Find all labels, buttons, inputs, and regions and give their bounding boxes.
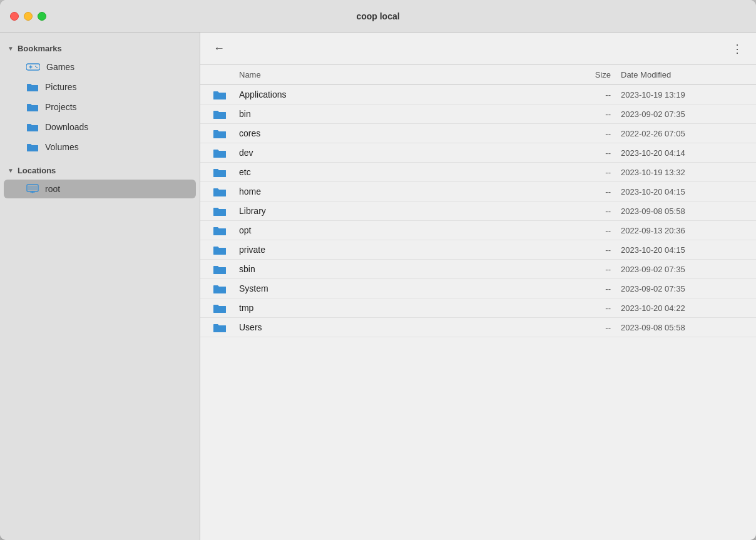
svg-rect-21 bbox=[213, 248, 226, 255]
file-list: Applications -- 2023-10-19 13:19 bin -- … bbox=[200, 85, 756, 540]
file-name: sbin bbox=[239, 264, 558, 274]
file-date: 2023-10-19 13:32 bbox=[621, 168, 746, 177]
file-name: private bbox=[239, 245, 558, 255]
svg-rect-8 bbox=[27, 145, 38, 151]
file-size: -- bbox=[558, 129, 621, 138]
folder-icon bbox=[210, 108, 229, 120]
file-area: ← ⋮ Name Size Date Modified Applications… bbox=[200, 33, 756, 540]
folder-icon bbox=[210, 205, 229, 217]
file-size: -- bbox=[558, 284, 621, 293]
file-date: 2023-09-08 05:58 bbox=[621, 206, 746, 216]
svg-rect-16 bbox=[213, 151, 226, 158]
folder-icon bbox=[210, 283, 229, 294]
file-size: -- bbox=[558, 226, 621, 235]
file-size: -- bbox=[558, 206, 621, 216]
file-date: 2023-10-20 04:22 bbox=[621, 303, 746, 313]
svg-rect-14 bbox=[213, 112, 226, 119]
file-date: 2023-10-20 04:15 bbox=[621, 187, 746, 196]
file-size: -- bbox=[558, 148, 621, 158]
svg-rect-23 bbox=[213, 287, 226, 293]
table-row[interactable]: sbin -- 2023-09-02 07:35 bbox=[200, 260, 756, 279]
file-date: 2023-10-20 04:14 bbox=[621, 148, 746, 158]
folder-icon bbox=[210, 166, 229, 178]
table-row[interactable]: home -- 2023-10-20 04:15 bbox=[200, 182, 756, 201]
svg-point-3 bbox=[35, 66, 36, 67]
minimize-button[interactable] bbox=[24, 12, 33, 21]
file-name: Library bbox=[239, 206, 558, 216]
file-size: -- bbox=[558, 323, 621, 332]
folder-icon-projects bbox=[26, 102, 39, 112]
svg-rect-17 bbox=[213, 170, 226, 177]
table-row[interactable]: Applications -- 2023-10-19 13:19 bbox=[200, 85, 756, 104]
file-name: cores bbox=[239, 128, 558, 138]
sidebar-item-label-downloads: Downloads bbox=[45, 122, 88, 132]
svg-rect-20 bbox=[213, 228, 226, 235]
back-button[interactable]: ← bbox=[210, 40, 228, 58]
column-header-size: Size bbox=[558, 70, 621, 79]
folder-icon bbox=[210, 263, 229, 275]
games-icon bbox=[26, 62, 40, 72]
file-date: 2023-09-02 07:35 bbox=[621, 265, 746, 274]
svg-rect-0 bbox=[26, 64, 40, 70]
file-name: Applications bbox=[239, 89, 558, 99]
more-options-button[interactable]: ⋮ bbox=[728, 40, 746, 58]
svg-rect-5 bbox=[27, 85, 38, 91]
file-date: 2023-09-02 07:35 bbox=[621, 284, 746, 293]
file-name: dev bbox=[239, 148, 558, 158]
svg-rect-10 bbox=[28, 186, 37, 190]
file-size: -- bbox=[558, 187, 621, 196]
close-button[interactable] bbox=[10, 12, 19, 21]
file-date: 2023-10-20 04:15 bbox=[621, 245, 746, 255]
folder-icon bbox=[210, 186, 229, 197]
folder-icon bbox=[210, 322, 229, 333]
column-headers: Name Size Date Modified bbox=[200, 65, 756, 85]
folder-icon-downloads bbox=[26, 122, 39, 132]
table-row[interactable]: etc -- 2023-10-19 13:32 bbox=[200, 163, 756, 182]
table-row[interactable]: cores -- 2022-02-26 07:05 bbox=[200, 124, 756, 143]
sidebar-item-pictures[interactable]: Pictures bbox=[4, 78, 196, 96]
file-date: 2023-09-08 05:58 bbox=[621, 323, 746, 332]
table-row[interactable]: Users -- 2023-09-08 05:58 bbox=[200, 318, 756, 337]
sidebar-item-label-projects: Projects bbox=[45, 102, 77, 112]
table-row[interactable]: tmp -- 2023-10-20 04:22 bbox=[200, 298, 756, 318]
file-size: -- bbox=[558, 168, 621, 177]
file-size: -- bbox=[558, 245, 621, 255]
locations-section-header[interactable]: ▼ Locations bbox=[0, 162, 200, 179]
table-row[interactable]: Library -- 2023-09-08 05:58 bbox=[200, 201, 756, 221]
file-date: 2023-10-19 13:19 bbox=[621, 90, 746, 99]
svg-rect-24 bbox=[213, 306, 226, 313]
bookmarks-chevron-icon: ▼ bbox=[8, 45, 14, 52]
column-header-date: Date Modified bbox=[621, 70, 746, 79]
locations-chevron-icon: ▼ bbox=[8, 167, 14, 174]
file-name: Users bbox=[239, 322, 558, 332]
svg-point-4 bbox=[36, 67, 38, 68]
sidebar-item-volumes[interactable]: Volumes bbox=[4, 138, 196, 156]
folder-icon bbox=[210, 128, 229, 139]
table-row[interactable]: dev -- 2023-10-20 04:14 bbox=[200, 143, 756, 163]
sidebar-item-root[interactable]: root bbox=[4, 180, 196, 198]
file-name: bin bbox=[239, 109, 558, 119]
table-row[interactable]: private -- 2023-10-20 04:15 bbox=[200, 240, 756, 260]
bookmarks-section-header[interactable]: ▼ Bookmarks bbox=[0, 40, 200, 57]
file-size: -- bbox=[558, 110, 621, 119]
column-header-name: Name bbox=[210, 70, 558, 79]
folder-icon-volumes bbox=[26, 142, 39, 152]
sidebar-item-label-root: root bbox=[45, 184, 60, 194]
svg-rect-25 bbox=[213, 325, 226, 332]
folder-icon bbox=[210, 225, 229, 236]
folder-icon-pictures bbox=[26, 82, 39, 92]
table-row[interactable]: bin -- 2023-09-02 07:35 bbox=[200, 104, 756, 124]
sidebar-item-games[interactable]: Games bbox=[4, 58, 196, 76]
computer-icon bbox=[26, 184, 39, 194]
table-row[interactable]: opt -- 2022-09-13 20:36 bbox=[200, 221, 756, 240]
sidebar-item-projects[interactable]: Projects bbox=[4, 98, 196, 116]
file-date: 2022-02-26 07:05 bbox=[621, 129, 746, 138]
sidebar-item-downloads[interactable]: Downloads bbox=[4, 118, 196, 136]
table-row[interactable]: System -- 2023-09-02 07:35 bbox=[200, 279, 756, 298]
traffic-lights bbox=[10, 12, 46, 21]
svg-rect-6 bbox=[27, 105, 38, 111]
maximize-button[interactable] bbox=[38, 12, 46, 21]
folder-icon bbox=[210, 302, 229, 313]
sidebar: ▼ Bookmarks Games bbox=[0, 33, 200, 540]
file-date: 2022-09-13 20:36 bbox=[621, 226, 746, 235]
